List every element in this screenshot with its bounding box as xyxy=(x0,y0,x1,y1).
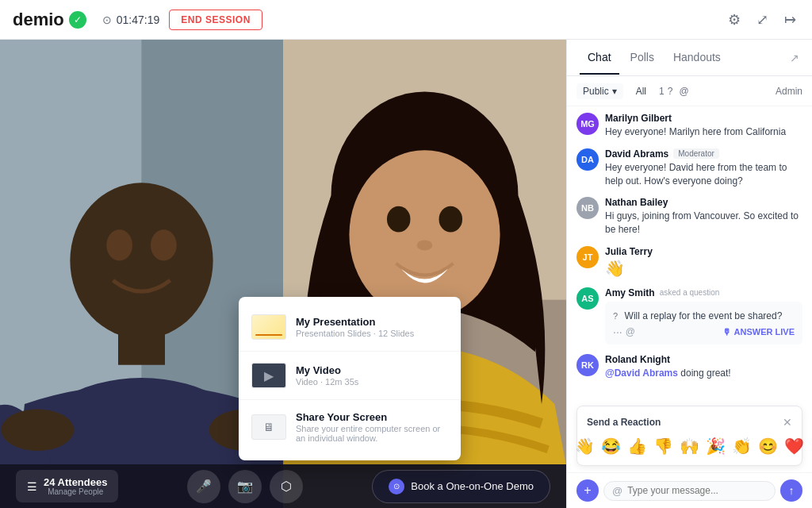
video-title: My Video xyxy=(296,364,448,376)
admin-filter[interactable]: Admin xyxy=(776,86,802,97)
more-options-icon[interactable]: ··· xyxy=(613,325,622,338)
screen-subtitle: Share your entire computer screen or an … xyxy=(296,424,448,443)
chat-input[interactable] xyxy=(627,485,767,496)
reaction-header: Send a Reaction ✕ xyxy=(587,416,792,429)
camera-button[interactable]: 📷 xyxy=(228,470,262,503)
presentation-item-video[interactable]: ▶ My Video Video · 12m 35s xyxy=(239,355,461,396)
close-icon[interactable]: ✕ xyxy=(783,416,792,429)
chat-filters: Public ▾ All 1 ? @ Admin xyxy=(567,76,812,106)
slides-subtitle: Presentation Slides · 12 Slides xyxy=(296,329,448,338)
svg-point-12 xyxy=(151,229,177,260)
reaction-thumbsup[interactable]: 👍 xyxy=(627,437,647,456)
question-bubble: ? Will a replay for the event be shared?… xyxy=(605,302,802,344)
screen-thumbnail: 🖥 xyxy=(251,414,286,440)
asked-label: asked a question xyxy=(660,288,720,297)
external-link-icon[interactable]: ↗ xyxy=(790,52,799,64)
book-demo-button[interactable]: ⊙ Book a One-on-One Demo xyxy=(372,470,550,503)
message-text-roland: @David Abrams doing great! xyxy=(605,367,802,380)
avatar-david: DA xyxy=(576,148,599,171)
message-content-nathan: Nathan Bailey Hi guys, joining from Vanc… xyxy=(605,197,802,237)
question-text: Will a replay for the event be shared? xyxy=(625,310,783,321)
video-area: My Presentation Presentation Slides · 12… xyxy=(0,40,566,508)
slides-thumbnail xyxy=(251,314,286,340)
message-text-marilyn: Hey everyone! Marilyn here from Californ… xyxy=(605,125,802,139)
question-mark-icon: ? xyxy=(613,311,618,321)
avatar-roland: RK xyxy=(576,354,599,376)
public-filter-dropdown[interactable]: Public ▾ xyxy=(576,83,623,99)
book-demo-label: Book a One-on-One Demo xyxy=(411,480,534,492)
message-amy: AS Amy Smith asked a question ? Will a r… xyxy=(576,287,802,344)
tab-polls[interactable]: Polls xyxy=(622,41,662,75)
message-content-marilyn: Marilyn Gilbert Hey everyone! Marilyn he… xyxy=(605,113,802,139)
exit-icon[interactable]: ↦ xyxy=(781,8,799,32)
header: demio ✓ ⊙ 01:47:19 END SESSION ⚙ ⤢ ↦ xyxy=(0,0,812,40)
message-content-amy: Amy Smith asked a question ? Will a repl… xyxy=(605,287,802,344)
send-button[interactable]: ↑ xyxy=(780,479,802,502)
reaction-hands[interactable]: 👏 xyxy=(732,437,752,456)
bottom-bar: ☰ 24 Attendees Manage People 🎤 📷 ⬡ ⊙ Boo… xyxy=(0,464,566,508)
all-filter[interactable]: All xyxy=(630,83,653,99)
sender-name-julia: Julia Terry xyxy=(605,246,653,257)
reaction-wave[interactable]: 👋 xyxy=(575,437,595,456)
microphone-icon: 🎙 xyxy=(722,327,731,337)
reaction-laugh[interactable]: 😂 xyxy=(601,437,621,456)
answer-live-label: ANSWER LIVE xyxy=(734,327,795,337)
reaction-heart[interactable]: ❤️ xyxy=(784,437,804,456)
reaction-party[interactable]: 🎉 xyxy=(706,437,726,456)
expand-icon[interactable]: ⤢ xyxy=(753,8,772,32)
slides-title: My Presentation xyxy=(296,316,448,328)
timer-icon: ⊙ xyxy=(102,13,112,26)
svg-point-11 xyxy=(106,229,132,260)
message-marilyn: MG Marilyn Gilbert Hey everyone! Marilyn… xyxy=(576,113,802,139)
message-content-david: David Abrams Moderator Hey everyone! Dav… xyxy=(605,148,802,188)
end-session-button[interactable]: END SESSION xyxy=(169,10,262,30)
at-icon[interactable]: @ xyxy=(612,485,622,497)
message-nathan: NB Nathan Bailey Hi guys, joining from V… xyxy=(576,197,802,237)
avatar-amy: AS xyxy=(576,287,599,310)
svg-point-18 xyxy=(387,206,411,233)
reaction-clap[interactable]: 🙌 xyxy=(680,437,699,456)
attendees-button[interactable]: ☰ 24 Attendees Manage People xyxy=(16,470,118,502)
screen-share-button[interactable]: ⬡ xyxy=(270,470,303,503)
message-text-nathan: Hi guys, joining from Vancouver. So exci… xyxy=(605,210,802,237)
microphone-button[interactable]: 🎤 xyxy=(187,470,220,503)
message-julia: JT Julia Terry 👋 xyxy=(576,246,802,278)
tab-chat[interactable]: Chat xyxy=(580,41,619,75)
reaction-emojis: 👋 😂 👍 👎 🙌 🎉 👏 😊 ❤️ xyxy=(587,437,792,456)
sender-name-amy: Amy Smith xyxy=(605,287,655,298)
answer-live-button[interactable]: 🎙 ANSWER LIVE xyxy=(722,327,795,337)
logo: demio ✓ xyxy=(13,10,86,30)
add-button[interactable]: + xyxy=(576,479,599,502)
presentation-info-slides: My Presentation Presentation Slides · 12… xyxy=(296,316,448,338)
svg-point-4 xyxy=(70,183,213,339)
attendees-info: 24 Attendees Manage People xyxy=(44,476,107,496)
chat-messages: MG Marilyn Gilbert Hey everyone! Marilyn… xyxy=(567,106,812,406)
attendees-count: 24 Attendees xyxy=(44,476,107,488)
sender-name-nathan: Nathan Bailey xyxy=(605,197,668,208)
svg-point-19 xyxy=(439,206,463,233)
presentation-info-video: My Video Video · 12m 35s xyxy=(296,364,448,387)
presentation-item-slides[interactable]: My Presentation Presentation Slides · 12… xyxy=(239,306,461,348)
video-subtitle: Video · 12m 35s xyxy=(296,377,448,387)
center-controls: 🎤 📷 ⬡ xyxy=(187,470,303,503)
question-actions: ··· @ 🎙 ANSWER LIVE xyxy=(613,322,795,338)
avatar-nathan: NB xyxy=(576,197,599,219)
svg-point-17 xyxy=(349,150,500,319)
settings-icon[interactable]: ⚙ xyxy=(725,8,744,32)
avatar-marilyn: MG xyxy=(576,113,599,135)
right-panel: Chat Polls Handouts ↗ Public ▾ All 1 ? @… xyxy=(566,40,812,508)
main-layout: My Presentation Presentation Slides · 12… xyxy=(0,40,812,508)
at-filter[interactable]: @ xyxy=(679,86,688,97)
message-emoji-julia: 👋 xyxy=(605,259,802,278)
reaction-thumbsdown[interactable]: 👎 xyxy=(653,437,673,456)
reaction-panel: Send a Reaction ✕ 👋 😂 👍 👎 🙌 🎉 👏 😊 ❤️ xyxy=(576,406,802,466)
tab-handouts[interactable]: Handouts xyxy=(665,41,729,75)
manage-people-label: Manage People xyxy=(44,488,107,496)
presentation-overlay: My Presentation Presentation Slides · 12… xyxy=(239,297,461,460)
at-mention-icon[interactable]: @ xyxy=(626,326,635,337)
reaction-smile[interactable]: 😊 xyxy=(758,437,778,456)
video-thumbnail: ▶ xyxy=(251,363,286,388)
svg-point-9 xyxy=(2,409,75,450)
presentation-item-screen[interactable]: 🖥 Share Your Screen Share your entire co… xyxy=(239,403,461,451)
presentation-info-screen: Share Your Screen Share your entire comp… xyxy=(296,411,448,443)
